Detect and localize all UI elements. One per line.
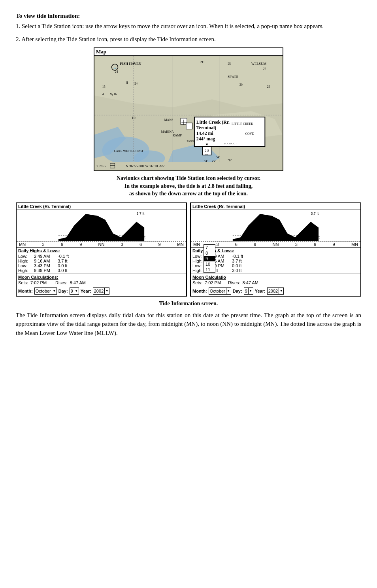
- svg-text:9₈ 16: 9₈ 16: [110, 93, 117, 96]
- right-day-select[interactable]: 9 ▼: [244, 287, 253, 295]
- svg-text:TR: TR: [132, 116, 136, 120]
- right-row-4: High: 3.0 ft 3.0 ft 7 8 9 10 11: [192, 268, 359, 273]
- svg-text:FISH HAVEN: FISH HAVEN: [120, 62, 141, 66]
- svg-text:4: 4: [102, 93, 104, 96]
- svg-text:14.42 mi: 14.42 mi: [196, 130, 214, 136]
- left-row-4: High: 9:39 PM 3.0 ft: [18, 268, 185, 273]
- left-axis-labels: MN 3 6 9 NN 3 6 9 MN: [17, 242, 186, 248]
- right-year-select[interactable]: 2002 ▼: [267, 287, 284, 295]
- tide-screens-container: Little Creek (Rr. Terminal) 3.7 ft -0.1 …: [16, 202, 361, 297]
- map-container: Map ⚓ FISH HAVEN 24 15 4 9₈ 16: [94, 47, 283, 171]
- svg-text:20: 20: [239, 83, 243, 87]
- svg-text:COVE: COVE: [245, 132, 254, 136]
- svg-text:-0.1 ft: -0.1 ft: [136, 235, 145, 239]
- right-daily-title: Daily Highs & Lows:: [192, 248, 359, 253]
- svg-text:15: 15: [102, 85, 106, 89]
- svg-text:ZO.: ZO.: [200, 61, 205, 64]
- svg-text:SEWER: SEWER: [228, 75, 239, 79]
- svg-text:RAMP: RAMP: [173, 134, 182, 138]
- left-date-section: Month: October ▼ Day: 9 ▼ Year: 2002 ▼: [17, 286, 186, 296]
- svg-text:27: 27: [263, 67, 266, 71]
- tide-caption: Tide Information screen.: [16, 301, 361, 307]
- left-row-3: Low: 3:43 PM 0.0 ft: [18, 263, 185, 268]
- right-month-select[interactable]: October ▼: [209, 287, 231, 295]
- svg-text:⚓: ⚓: [113, 65, 117, 69]
- svg-text:2.78mi: 2.78mi: [96, 164, 107, 168]
- right-row-1: Low: 2:49 AM -0.1 ft: [192, 254, 359, 259]
- left-tide-graph: 3.7 ft -0.1 ft: [17, 210, 186, 242]
- right-date-section: Month: October ▼ Day: 9 ▼ Year: 2002 ▼: [191, 286, 360, 296]
- dropdown-item-9-selected[interactable]: 9: [204, 256, 215, 261]
- svg-text:3.7 ft: 3.7 ft: [311, 212, 319, 216]
- right-day-arrow[interactable]: ▼: [248, 287, 253, 295]
- map-title-bar: Map: [94, 48, 283, 56]
- right-moon-row: Sets: 7:02 PM Rises: 8:47 AM: [192, 280, 359, 285]
- map-image-area: ⚓ FISH HAVEN 24 15 4 9₈ 16 H ·24· 25 WEL…: [94, 56, 283, 170]
- svg-text:WELSUM: WELSUM: [251, 62, 267, 66]
- left-month-select[interactable]: October ▼: [34, 287, 57, 295]
- left-moon-section: Moon Calculations: Sets: 7:02 PM Rises: …: [17, 274, 186, 286]
- svg-text:-0.1 ft: -0.1 ft: [311, 235, 320, 239]
- dropdown-item-10[interactable]: 10: [204, 261, 215, 267]
- svg-text:25: 25: [228, 62, 231, 66]
- left-day-arrow[interactable]: ▼: [74, 287, 79, 295]
- left-moon-row: Sets: 7:02 PM Rises: 8:47 AM: [18, 280, 185, 285]
- paragraph-2: 2. After selecting the Tide Station icon…: [16, 35, 361, 44]
- svg-text:LITTLE CREEK: LITTLE CREEK: [232, 122, 253, 126]
- right-row-3: Low: 3:10 PM 0.0 ft: [192, 263, 359, 268]
- svg-text:3.7 ft: 3.7 ft: [136, 212, 144, 216]
- left-month-arrow[interactable]: ▼: [52, 287, 57, 295]
- svg-text:·24·: ·24·: [134, 82, 138, 85]
- left-year-select[interactable]: 2002 ▼: [93, 287, 109, 295]
- svg-text:LAKE WHITEHURST: LAKE WHITEHURST: [114, 149, 144, 153]
- svg-text:TANN: TANN: [187, 139, 194, 142]
- right-axis-labels: MN 3 6 9 NN 3 6 9 MN: [191, 242, 360, 248]
- paragraph-1: 1. Select a Tide Station icon: use the a…: [16, 22, 361, 31]
- right-moon-title: Moon Calculatio: [192, 275, 359, 280]
- svg-text:24: 24: [115, 70, 118, 74]
- right-daily-section: Daily Highs & Lows: Low: 2:49 AM -0.1 ft…: [191, 248, 360, 274]
- svg-text:FT: FT: [205, 153, 209, 156]
- left-year-arrow[interactable]: ▼: [104, 287, 109, 295]
- svg-text:MARINA: MARINA: [161, 130, 174, 134]
- left-moon-title: Moon Calculations:: [18, 275, 185, 280]
- bottom-paragraph: The Tide Information screen displays dai…: [16, 311, 361, 338]
- svg-text:Terminal): Terminal): [196, 125, 216, 130]
- section-title: To view tide information:: [16, 13, 361, 19]
- svg-text:"4": "4": [216, 155, 220, 159]
- dropdown-item-7[interactable]: 7: [204, 245, 215, 250]
- svg-text:244° mag: 244° mag: [196, 136, 215, 142]
- right-screen-title: Little Creek (Rr. Terminal): [191, 203, 360, 210]
- svg-text:Little Creek (Rr.: Little Creek (Rr.: [196, 119, 230, 125]
- left-daily-title: Daily Highs & Lows:: [18, 248, 185, 253]
- day-dropdown[interactable]: 7 8 9 10 11: [204, 244, 215, 273]
- svg-text:N  36°55.000'  W  76°10.995': N 36°55.000' W 76°10.995': [126, 164, 165, 168]
- left-row-1: Low: 2:49 AM -0.1 ft: [18, 254, 185, 259]
- dropdown-item-11[interactable]: 11: [204, 267, 215, 272]
- right-tide-graph: 3.7 ft -0.1 ft: [191, 210, 360, 242]
- svg-rect-52: [94, 162, 283, 170]
- left-day-select[interactable]: 9 ▼: [70, 287, 79, 295]
- left-tide-screen: Little Creek (Rr. Terminal) 3.7 ft -0.1 …: [16, 202, 187, 297]
- svg-text:H: H: [126, 81, 128, 85]
- svg-text:LOCKOUT: LOCKOUT: [224, 142, 237, 145]
- left-row-2: High: 9:16 AM 3.7 ft: [18, 259, 185, 263]
- svg-rect-33: [186, 123, 192, 129]
- dropdown-item-8[interactable]: 8: [204, 250, 215, 256]
- right-row-2: High: 9:16 AM 3.7 ft: [192, 259, 359, 263]
- svg-text:"6": "6": [228, 159, 232, 162]
- right-tide-screen: Little Creek (Rr. Terminal) 3.7 ft -0.1 …: [190, 202, 361, 297]
- right-month-arrow[interactable]: ▼: [226, 287, 231, 295]
- svg-text:2.8: 2.8: [205, 149, 209, 153]
- right-moon-section: Moon Calculatio Sets: 7:02 PM Rises: 8:4…: [191, 274, 360, 286]
- svg-text:MANS: MANS: [164, 118, 173, 122]
- map-caption: Navionics chart showing Tide Station ico…: [16, 174, 361, 198]
- left-screen-title: Little Creek (Rr. Terminal): [17, 203, 186, 210]
- svg-text:25: 25: [267, 85, 270, 89]
- right-year-arrow[interactable]: ▼: [279, 287, 283, 295]
- left-daily-section: Daily Highs & Lows: Low: 2:49 AM -0.1 ft…: [17, 248, 186, 274]
